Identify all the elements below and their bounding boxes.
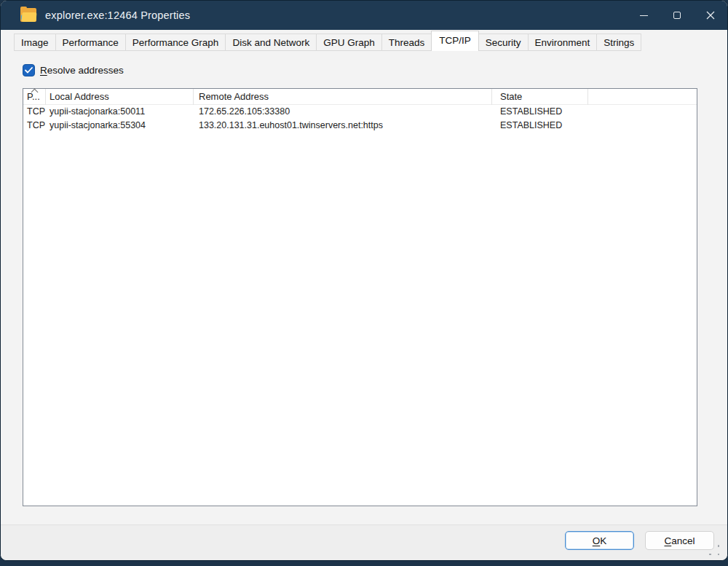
state-cell: ESTABLISHED xyxy=(492,105,588,119)
checkmark-icon xyxy=(25,67,33,74)
tab-gpu-graph[interactable]: GPU Graph xyxy=(316,34,382,51)
close-icon xyxy=(706,11,715,20)
window-title: explorer.exe:12464 Properties xyxy=(45,9,190,21)
connection-row[interactable]: TCPyupii-stacjonarka:55304133.20.131.31.… xyxy=(23,119,697,133)
remote-address-cell: 133.20.131.31.euhost01.twinservers.net:h… xyxy=(194,119,492,133)
resolve-addresses-option: Resolve addresses xyxy=(23,64,124,76)
maximize-icon xyxy=(673,12,681,19)
resize-grip[interactable] xyxy=(709,545,719,555)
tab-environment[interactable]: Environment xyxy=(528,34,598,51)
caption-controls xyxy=(627,1,727,30)
cancel-button[interactable]: Cancel xyxy=(645,531,714,550)
close-button[interactable] xyxy=(694,1,727,30)
tab-disk-and-network[interactable]: Disk and Network xyxy=(225,34,317,51)
resolve-addresses-label[interactable]: Resolve addresses xyxy=(40,65,124,76)
titlebar: explorer.exe:12464 Properties xyxy=(1,1,727,30)
local-address-cell: yupii-stacjonarka:50011 xyxy=(46,105,194,119)
tab-performance-graph[interactable]: Performance Graph xyxy=(125,34,226,51)
column-header-local-address[interactable]: Local Address xyxy=(46,89,194,105)
tab-security[interactable]: Security xyxy=(478,34,529,51)
ok-button[interactable]: OK xyxy=(565,531,634,550)
properties-dialog: explorer.exe:12464 Properties ImagePerfo… xyxy=(0,0,728,561)
tab-strings[interactable]: Strings xyxy=(596,34,641,51)
maximize-button[interactable] xyxy=(660,1,694,30)
protocol-cell: TCP xyxy=(23,105,46,119)
column-header-state[interactable]: State xyxy=(492,89,588,105)
list-header: P...Local AddressRemote AddressState xyxy=(23,89,697,105)
tcpip-connections-list: P...Local AddressRemote AddressState TCP… xyxy=(23,88,697,506)
tab-threads[interactable]: Threads xyxy=(381,34,432,51)
tab-performance[interactable]: Performance xyxy=(55,34,126,51)
tab-image[interactable]: Image xyxy=(14,34,56,51)
remote-address-cell: 172.65.226.105:33380 xyxy=(194,105,492,119)
protocol-cell: TCP xyxy=(23,119,46,133)
connection-row[interactable]: TCPyupii-stacjonarka:50011172.65.226.105… xyxy=(23,105,697,119)
tab-strip: ImagePerformancePerformance GraphDisk an… xyxy=(14,34,641,51)
local-address-cell: yupii-stacjonarka:55304 xyxy=(46,119,194,133)
tab-tcp-ip[interactable]: TCP/IP xyxy=(431,31,479,51)
minimize-button[interactable] xyxy=(627,1,660,30)
state-cell: ESTABLISHED xyxy=(492,119,588,133)
resolve-addresses-checkbox[interactable] xyxy=(23,64,35,76)
explorer-folder-icon xyxy=(20,8,38,23)
column-header-remote-address[interactable]: Remote Address xyxy=(194,89,492,105)
footer: OK Cancel xyxy=(1,524,727,560)
minimize-icon xyxy=(640,15,648,16)
list-body: TCPyupii-stacjonarka:50011172.65.226.105… xyxy=(23,105,697,133)
